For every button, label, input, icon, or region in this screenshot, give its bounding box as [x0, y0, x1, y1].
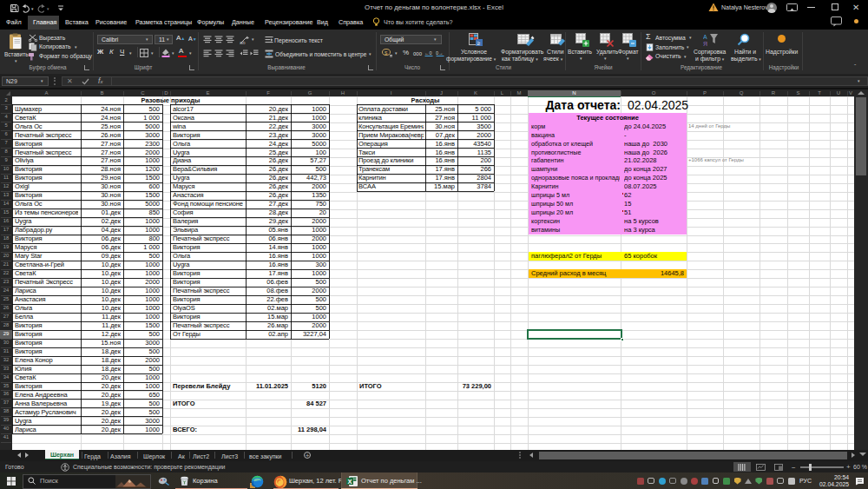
svg-text:$: $	[385, 50, 388, 56]
svg-text:ab: ab	[240, 40, 246, 45]
svg-text:0→: 0→	[436, 50, 444, 56]
svg-text:≥: ≥	[477, 40, 481, 46]
svg-text:←0: ←0	[424, 50, 432, 56]
svg-text:Я: Я	[703, 41, 707, 47]
svg-text:X: X	[348, 478, 352, 486]
svg-text:А: А	[703, 34, 707, 40]
